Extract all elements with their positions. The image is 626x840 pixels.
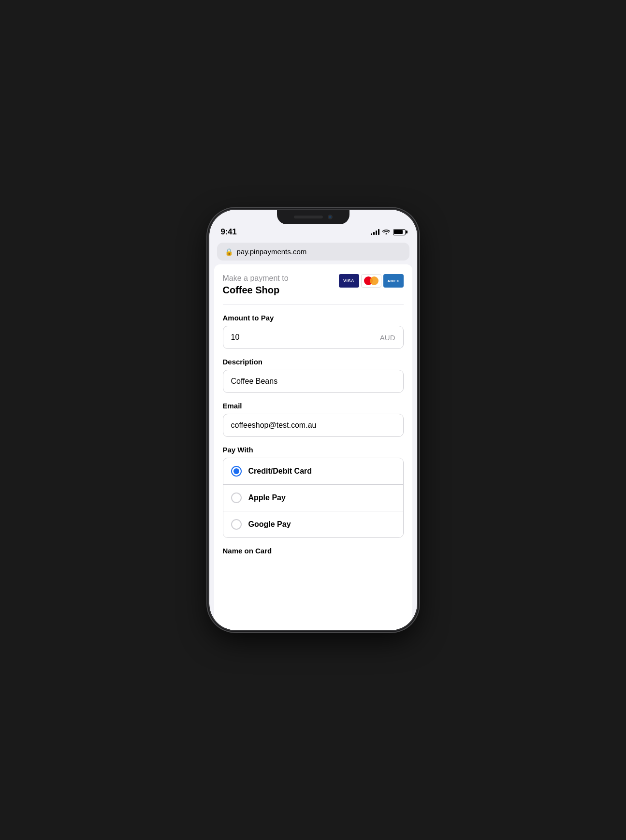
notch (277, 210, 349, 224)
speaker (294, 216, 323, 218)
pay-with-label: Pay With (223, 446, 404, 454)
email-label: Email (223, 402, 404, 410)
payment-options-box: Credit/Debit Card Apple Pay Google Pay (223, 458, 404, 538)
card-logos: VISA AMEX (339, 274, 404, 288)
name-on-card-section: Name on Card (223, 547, 404, 555)
payment-option-credit-debit[interactable]: Credit/Debit Card (223, 458, 403, 484)
email-input[interactable] (231, 421, 395, 430)
apple-pay-label: Apple Pay (248, 493, 286, 502)
payment-option-google-pay[interactable]: Google Pay (223, 511, 403, 537)
visa-logo: VISA (339, 274, 359, 288)
merchant-title-section: Make a payment to Coffee Shop (223, 274, 339, 296)
radio-apple-pay[interactable] (231, 492, 242, 503)
payment-subtitle: Make a payment to (223, 274, 339, 283)
description-label: Description (223, 358, 404, 366)
payment-option-apple-pay[interactable]: Apple Pay (223, 484, 403, 511)
pay-with-section: Pay With Credit/Debit Card Apple Pay (223, 446, 404, 538)
email-section: Email (223, 402, 404, 437)
radio-credit-debit[interactable] (231, 466, 242, 477)
lock-icon: 🔒 (225, 248, 233, 256)
merchant-header: Make a payment to Coffee Shop VISA AMEX (223, 274, 404, 305)
url-text: pay.pinpayments.com (237, 247, 307, 256)
wifi-icon (382, 229, 390, 236)
front-camera (328, 215, 333, 219)
phone-frame: 9:41 (209, 210, 417, 630)
merchant-name: Coffee Shop (223, 285, 339, 296)
mastercard-logo (361, 274, 381, 288)
amex-logo: AMEX (383, 274, 404, 288)
description-field-wrapper (223, 370, 404, 393)
description-input[interactable] (231, 377, 395, 386)
phone-screen: 9:41 (209, 210, 417, 630)
amount-section: Amount to Pay AUD (223, 314, 404, 349)
amount-field-wrapper: AUD (223, 326, 404, 349)
credit-debit-label: Credit/Debit Card (248, 467, 312, 476)
status-time: 9:41 (221, 227, 237, 237)
url-bar[interactable]: 🔒 pay.pinpayments.com (217, 243, 409, 261)
description-section: Description (223, 358, 404, 393)
signal-bars-icon (371, 229, 379, 235)
amount-label: Amount to Pay (223, 314, 404, 322)
email-field-wrapper (223, 414, 404, 437)
currency-label: AUD (380, 333, 395, 342)
radio-inner-selected (233, 468, 239, 474)
radio-google-pay[interactable] (231, 519, 242, 530)
main-content: Make a payment to Coffee Shop VISA AMEX … (214, 264, 412, 630)
name-on-card-label: Name on Card (223, 547, 404, 555)
google-pay-label: Google Pay (248, 520, 291, 529)
amount-input[interactable] (231, 333, 380, 342)
status-icons (371, 229, 406, 236)
battery-icon (393, 229, 406, 235)
